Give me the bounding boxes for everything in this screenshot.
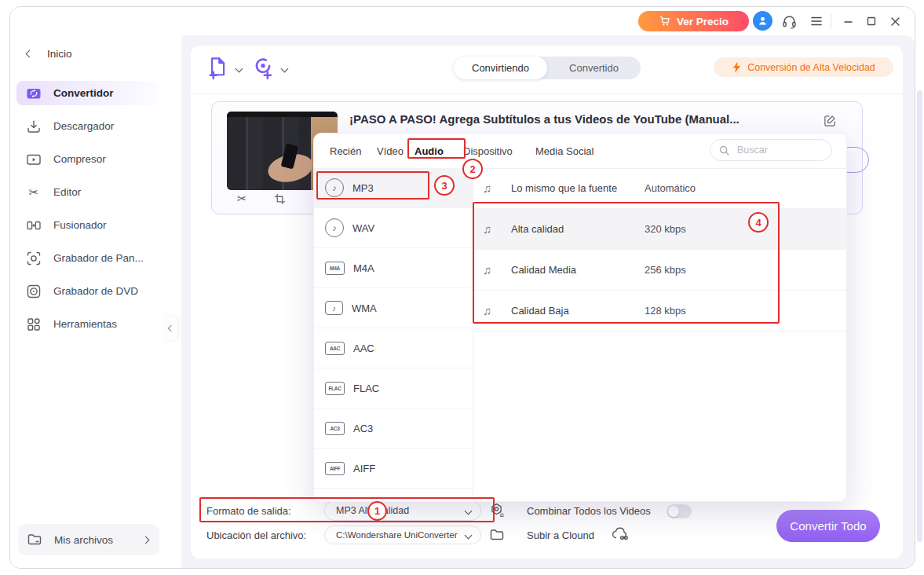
format-row-aiff[interactable]: AIFF AIFF: [314, 449, 473, 489]
output-format-dropdown[interactable]: MP3 Alta calidad: [324, 500, 481, 521]
add-disc-dropdown-icon[interactable]: [281, 65, 289, 73]
format-label: FLAC: [353, 383, 379, 394]
merge-videos-label: Combinar Todos los Videos: [527, 505, 651, 517]
add-file-icon: [206, 56, 230, 79]
popup-tab-media-social[interactable]: Media Social: [535, 134, 593, 168]
add-disc-icon: [252, 56, 276, 79]
trim-scissors-icon[interactable]: ✂: [237, 192, 247, 206]
support-headset-icon[interactable]: [780, 13, 798, 30]
screen-record-icon: [26, 251, 42, 266]
popup-tab-recien[interactable]: Recién: [330, 134, 361, 168]
format-row-m4a[interactable]: M4A M4A: [314, 248, 473, 288]
file-location-label: Ubicación del archivo:: [206, 529, 306, 541]
format-search-box[interactable]: [710, 139, 832, 161]
quality-list: ♫ Lo mismo que la fuente Automático ♫ Al…: [473, 168, 847, 331]
tab-convirtiendo[interactable]: Convirtiendo: [454, 57, 547, 79]
format-label: WAV: [352, 222, 374, 234]
tab-label: Convirtiendo: [472, 62, 529, 74]
scissors-icon: ✂: [26, 185, 42, 200]
sidebar-item-grabador-dvd[interactable]: Grabador de DVD: [16, 279, 159, 303]
format-row-wav[interactable]: ♪ WAV: [314, 208, 473, 248]
file-title: ¡PASO A PASO! Agrega Subtítulos a tus Vi…: [349, 112, 740, 126]
sidebar-collapse-button[interactable]: [164, 315, 178, 342]
sidebar-back-home[interactable]: Inicio: [27, 45, 72, 62]
file-location-value: C:\Wondershare UniConverter: [336, 530, 457, 540]
mp3-format-icon: ♪: [325, 178, 344, 197]
add-file-button[interactable]: [206, 56, 230, 81]
file-location-dropdown[interactable]: C:\Wondershare UniConverter: [324, 526, 481, 544]
upload-cloud-label: Subir a Clound: [527, 529, 594, 541]
popup-tab-video[interactable]: Vídeo: [377, 134, 404, 168]
quality-row-source[interactable]: ♫ Lo mismo que la fuente Automático: [473, 168, 847, 209]
sidebar-my-files[interactable]: Mis archivos: [18, 524, 159, 555]
format-label: AIFF: [353, 463, 375, 474]
sidebar-item-compresor[interactable]: Compresor: [16, 147, 159, 171]
crop-icon[interactable]: [274, 193, 286, 205]
sidebar-item-fusionador[interactable]: Fusionador: [16, 213, 159, 237]
quality-name: Lo mismo que la fuente: [503, 182, 645, 194]
format-label: M4A: [353, 262, 374, 274]
format-row-ac3[interactable]: AC3 AC3: [314, 408, 473, 449]
flac-format-icon: FLAC: [325, 382, 345, 395]
popup-tab-audio[interactable]: Audio: [415, 134, 444, 168]
titlebar-divider: [831, 14, 831, 28]
convert-all-button[interactable]: Convertir Todo: [776, 510, 880, 542]
annotation-step-3: 3: [434, 175, 455, 196]
main-area: Convirtiendo Convertido Conversión de Al…: [181, 35, 915, 568]
minimize-button[interactable]: [839, 13, 856, 30]
output-settings-icon[interactable]: [489, 502, 506, 518]
merge-videos-toggle[interactable]: [667, 504, 692, 518]
high-speed-conversion-toggle[interactable]: Conversión de Alta Velocidad: [714, 57, 893, 77]
collapse-arrow-icon: [168, 325, 174, 331]
menu-icon[interactable]: [808, 13, 825, 30]
close-button[interactable]: [886, 13, 904, 30]
annotation-step-1: 1: [367, 501, 387, 521]
add-disc-button[interactable]: [252, 56, 276, 81]
music-note-icon: ♫: [483, 222, 503, 236]
search-input[interactable]: [736, 144, 817, 156]
popup-tab-label: Dispositivo: [463, 145, 513, 157]
sidebar-item-label: Grabador de Pan...: [53, 252, 144, 264]
cloud-upload-icon[interactable]: [612, 526, 630, 541]
open-folder-icon[interactable]: [489, 527, 505, 543]
sidebar-item-label: Convertidor: [53, 87, 114, 99]
add-file-dropdown-icon[interactable]: [236, 65, 243, 73]
sidebar-item-grabador-pantalla[interactable]: Grabador de Pan...: [16, 246, 159, 270]
sidebar-back-label: Inicio: [47, 48, 72, 60]
format-row-flac[interactable]: FLAC FLAC: [314, 368, 473, 408]
popup-tab-label: Recién: [330, 145, 361, 157]
sidebar-item-convertidor[interactable]: Convertidor: [16, 81, 159, 105]
rename-edit-icon[interactable]: [824, 114, 837, 127]
chevron-right-icon: [142, 536, 150, 544]
user-icon: [756, 14, 769, 27]
quality-row-baja[interactable]: ♫ Calidad Baja 128 kbps: [473, 291, 847, 331]
format-label: MP3: [352, 182, 374, 194]
sidebar-item-herramientas[interactable]: Herramientas: [16, 312, 159, 336]
download-icon: [26, 119, 42, 134]
sidebar-item-label: Fusionador: [53, 219, 107, 231]
format-row-wma[interactable]: ♪ WMA: [314, 288, 473, 328]
aiff-format-icon: AIFF: [325, 462, 345, 475]
cart-icon: [659, 15, 671, 27]
folder-icon: [27, 532, 42, 548]
tab-label: Convertido: [569, 62, 619, 74]
converter-icon: [26, 86, 42, 101]
avatar[interactable]: [753, 11, 772, 31]
maximize-button[interactable]: [863, 13, 880, 30]
convert-all-label: Convertir Todo: [790, 519, 866, 533]
quality-row-alta[interactable]: ♫ Alta calidad 320 kbps: [473, 209, 847, 250]
sidebar-item-label: Herramientas: [53, 318, 117, 330]
tab-convertido[interactable]: Convertido: [547, 57, 641, 79]
quality-row-media[interactable]: ♫ Calidad Media 256 kbps: [473, 250, 847, 291]
toolbar-divider: [191, 93, 903, 94]
format-row-aac[interactable]: AAC AAC: [314, 328, 473, 368]
sidebar-item-descargador[interactable]: Descargador: [16, 114, 159, 138]
page-scrollbar[interactable]: [917, 90, 922, 542]
annotation-step-4: 4: [748, 212, 769, 233]
ver-precio-button[interactable]: Ver Precio: [638, 11, 749, 31]
sidebar-item-editor[interactable]: ✂ Editor: [16, 180, 159, 204]
lightning-icon: [732, 61, 742, 73]
popup-tab-label: Audio: [415, 145, 444, 157]
compressor-icon: [26, 152, 42, 167]
quality-value: 256 kbps: [645, 264, 686, 276]
